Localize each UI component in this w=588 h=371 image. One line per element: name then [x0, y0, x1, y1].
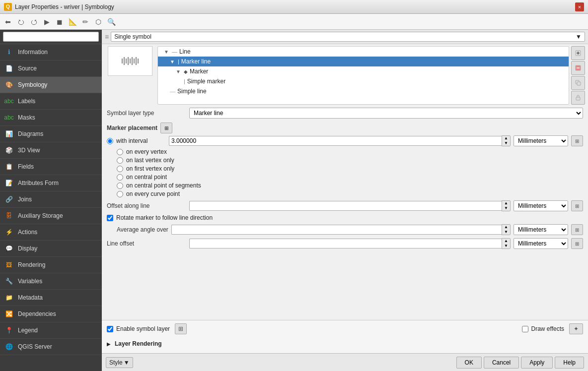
on-central-point-radio[interactable]	[117, 174, 123, 181]
qgis-server-icon: 🌐	[4, 342, 14, 352]
tree-lock-button[interactable]	[571, 91, 585, 105]
tree-row-simple-marker[interactable]: | Simple marker	[158, 76, 569, 86]
interval-expr-btn[interactable]: ⊞	[571, 135, 583, 146]
tree-duplicate-button[interactable]	[571, 76, 585, 90]
offset-along-expr-btn[interactable]: ⊞	[571, 200, 583, 211]
average-angle-input[interactable]: 4.000000	[171, 225, 502, 235]
tick-3	[126, 59, 127, 63]
help-button[interactable]: Help	[555, 357, 584, 369]
average-angle-expr-btn[interactable]: ⊞	[571, 224, 583, 235]
tree-row-line[interactable]: ▼ — Line	[158, 47, 569, 57]
sidebar-label-3dview: 3D View	[18, 147, 40, 154]
tick-4	[128, 57, 129, 65]
style-dropdown[interactable]: Style ▼	[106, 357, 133, 368]
toolbar-btn-1[interactable]: ⬅	[2, 16, 14, 28]
symbol-type-icon: ≡	[105, 33, 109, 41]
sidebar-item-legend[interactable]: 📍 Legend	[0, 322, 102, 339]
on-first-vertex-radio[interactable]	[117, 166, 123, 172]
sidebar-item-dependencies[interactable]: 🔀 Dependencies	[0, 306, 102, 322]
marker-icon: ◆	[184, 69, 188, 74]
toolbar-btn-2[interactable]: ⭮	[15, 16, 27, 28]
expand-line[interactable]: ▼	[164, 49, 170, 55]
layer-rendering-expand[interactable]: ▶	[107, 341, 111, 347]
on-every-curve-radio[interactable]	[117, 191, 123, 197]
on-every-vertex-radio[interactable]	[117, 149, 123, 155]
offset-along-line-input[interactable]: 0.000000	[189, 201, 502, 211]
interval-input[interactable]: 3.000000	[169, 136, 502, 146]
symbol-type-dropdown[interactable]: Single symbol ▼	[111, 32, 585, 42]
average-angle-up-btn[interactable]: ▲	[502, 225, 510, 230]
expand-marker-line[interactable]: ▼	[170, 59, 176, 64]
on-every-curve-label: on every curve point	[126, 190, 180, 197]
line-offset-unit-select[interactable]: Millimeters	[514, 238, 568, 249]
sidebar-item-joins[interactable]: 🔗 Joins	[0, 191, 102, 208]
toolbar-btn-5[interactable]: ◼	[54, 16, 66, 28]
draw-effects-label: Draw effects	[531, 325, 564, 332]
draw-effects-checkbox[interactable]	[522, 326, 528, 332]
offset-along-unit-select[interactable]: Millimeters	[514, 200, 568, 211]
tree-row-marker[interactable]: ▼ ◆ Marker	[158, 66, 569, 76]
auxiliary-storage-icon: 🗄	[4, 211, 14, 221]
line-offset-expr-btn[interactable]: ⊞	[571, 238, 583, 249]
sidebar-item-attributes-form[interactable]: 📝 Attributes Form	[0, 175, 102, 191]
line-offset-input[interactable]: 0.000000	[189, 239, 502, 248]
tree-remove-button[interactable]	[571, 61, 585, 75]
toolbar-btn-8[interactable]: ⬡	[92, 16, 104, 28]
marker-line-icon: |	[178, 59, 179, 64]
sidebar-item-variables[interactable]: 🔧 Variables	[0, 273, 102, 290]
average-angle-unit-select[interactable]: Millimeters	[514, 224, 568, 235]
sidebar-item-source[interactable]: 📄 Source	[0, 61, 102, 77]
sidebar-item-actions[interactable]: ⚡ Actions	[0, 224, 102, 241]
sidebar-item-labels[interactable]: abc Labels	[0, 93, 102, 110]
line-offset-down-btn[interactable]: ▼	[502, 244, 510, 248]
close-button[interactable]: ×	[575, 2, 584, 11]
tree-with-buttons: ▼ — Line ▼ | Marker line	[157, 46, 585, 105]
line-offset-spinbox: 0.000000 ▲ ▼	[189, 238, 511, 249]
sidebar-label-actions: Actions	[18, 229, 37, 236]
toolbar-btn-4[interactable]: ▶	[41, 16, 53, 28]
toolbar-btn-3[interactable]: ⭯	[28, 16, 40, 28]
cancel-button[interactable]: Cancel	[484, 357, 519, 369]
sidebar-item-fields[interactable]: 📋 Fields	[0, 159, 102, 175]
apply-button[interactable]: Apply	[521, 357, 553, 369]
marker-placement-expr-btn[interactable]: ⊞	[160, 123, 172, 133]
attributes-form-icon: 📝	[4, 178, 14, 188]
sidebar-item-masks[interactable]: abc Masks	[0, 110, 102, 126]
joins-icon: 🔗	[4, 194, 14, 204]
sidebar-item-information[interactable]: ℹ Information	[0, 44, 102, 61]
marker-placement-label: Marker placement	[107, 124, 157, 131]
toolbar-btn-7[interactable]: ✏	[79, 16, 91, 28]
enable-symbol-layer-checkbox[interactable]	[107, 326, 113, 332]
average-angle-down-btn[interactable]: ▼	[502, 230, 510, 235]
sidebar-item-3dview[interactable]: 🎲 3D View	[0, 142, 102, 159]
sidebar-item-display[interactable]: 💬 Display	[0, 241, 102, 257]
expand-marker[interactable]: ▼	[176, 69, 182, 74]
interval-down-btn[interactable]: ▼	[502, 141, 510, 146]
tree-row-marker-line[interactable]: ▼ | Marker line	[158, 57, 569, 66]
average-angle-row: Average angle over 4.000000 ▲ ▼ Millimet…	[117, 224, 583, 235]
rotate-marker-checkbox[interactable]	[107, 215, 113, 221]
symbol-layer-type-select[interactable]: Marker line Simple line Arrow Hashed lin…	[189, 108, 583, 119]
with-interval-radio[interactable]	[107, 138, 113, 144]
sidebar-item-diagrams[interactable]: 📊 Diagrams	[0, 126, 102, 142]
offset-along-down-btn[interactable]: ▼	[502, 206, 510, 211]
tree-add-button[interactable]	[571, 46, 585, 60]
interval-unit-select[interactable]: Millimeters Pixels Points	[514, 135, 568, 146]
sidebar-item-qgis-server[interactable]: 🌐 QGIS Server	[0, 339, 102, 355]
enable-symbol-btn[interactable]: ⊞	[175, 323, 187, 334]
sidebar-item-symbology[interactable]: 🎨 Symbology	[0, 77, 102, 93]
toolbar-btn-9[interactable]: 🔍	[105, 16, 117, 28]
on-central-segment-radio[interactable]	[117, 183, 123, 189]
draw-effects-settings-btn[interactable]: ✦	[569, 323, 583, 334]
sidebar-item-auxiliary-storage[interactable]: 🗄 Auxiliary Storage	[0, 208, 102, 224]
sidebar-item-rendering[interactable]: 🖼 Rendering	[0, 257, 102, 273]
on-last-vertex-radio[interactable]	[117, 157, 123, 164]
offset-along-up-btn[interactable]: ▲	[502, 201, 510, 206]
sidebar-item-metadata[interactable]: 📁 Metadata	[0, 290, 102, 306]
tree-row-simple-line[interactable]: — Simple line	[158, 86, 569, 96]
toolbar-btn-6[interactable]: 📐	[67, 16, 78, 28]
ok-button[interactable]: OK	[456, 357, 482, 369]
line-offset-up-btn[interactable]: ▲	[502, 239, 510, 244]
interval-up-btn[interactable]: ▲	[502, 136, 510, 141]
sidebar-search-input[interactable]	[3, 32, 99, 42]
